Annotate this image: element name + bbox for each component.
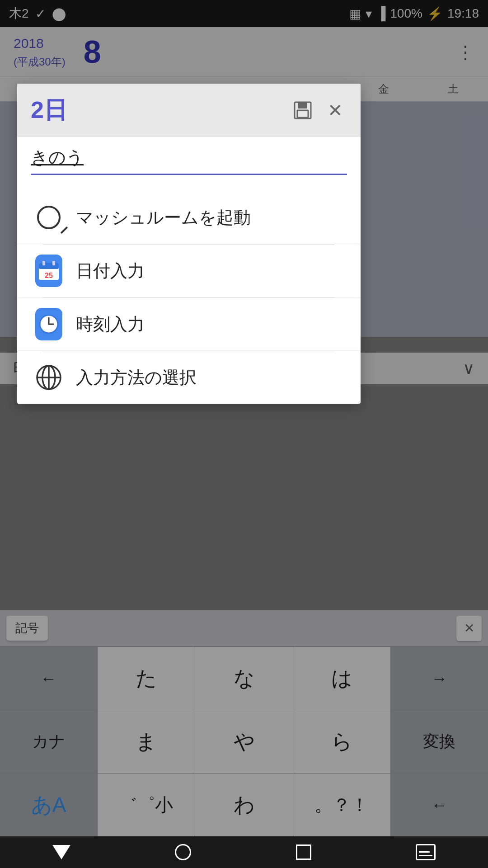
- calendar-app-icon: 25: [35, 257, 62, 284]
- clock-app-icon: [35, 311, 62, 338]
- search-icon: [35, 204, 62, 231]
- svg-rect-2: [297, 110, 308, 118]
- menu-label-time: 時刻入力: [76, 313, 145, 336]
- menu-label-input-method: 入力方法の選択: [76, 366, 197, 389]
- nav-home-button[interactable]: [175, 844, 191, 860]
- dialog-text-content: きのう: [31, 146, 347, 169]
- svg-text:25: 25: [45, 272, 53, 279]
- dialog-header-icons: ✕: [291, 99, 347, 122]
- menu-item-date-input[interactable]: 25 日付入力: [17, 245, 361, 297]
- nav-recents-button[interactable]: [296, 844, 311, 860]
- dialog-text-cursor: [31, 174, 347, 175]
- dialog-title: 2日: [31, 94, 67, 126]
- menu-item-mushroom[interactable]: マッシュルームを起動: [17, 191, 361, 244]
- dialog-close-button[interactable]: ✕: [324, 99, 347, 122]
- svg-rect-4: [39, 263, 59, 269]
- svg-rect-5: [42, 261, 45, 265]
- svg-rect-1: [298, 102, 307, 108]
- dialog-save-button[interactable]: [291, 99, 314, 122]
- svg-rect-6: [52, 261, 55, 265]
- menu-item-input-method[interactable]: 入力方法の選択: [17, 351, 361, 404]
- dialog-text-area[interactable]: きのう: [17, 137, 361, 191]
- menu-item-time-input[interactable]: 時刻入力: [17, 298, 361, 351]
- nav-keyboard-button[interactable]: [416, 844, 436, 860]
- menu-label-date: 日付入力: [76, 259, 145, 283]
- nav-bar: [0, 836, 488, 868]
- nav-back-button[interactable]: [52, 845, 70, 859]
- menu-label-mushroom: マッシュルームを起動: [76, 206, 251, 229]
- globe-icon: [35, 364, 62, 391]
- dialog-header: 2日 ✕: [17, 84, 361, 137]
- entry-dialog: 2日 ✕ きのう マッシュルームを起動: [17, 84, 361, 404]
